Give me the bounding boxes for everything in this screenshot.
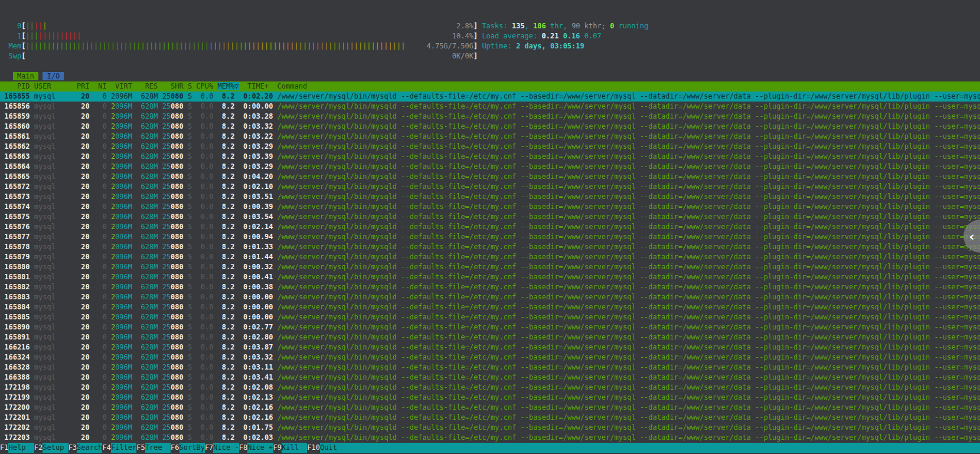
cell-res: 628M: [141, 413, 158, 422]
fkey-label-help[interactable]: Help: [8, 443, 34, 453]
cell-shr-m: 25: [162, 223, 171, 231]
process-row[interactable]: 165881 mysql 20 0 2096M 628M 25080 S 0.0…: [0, 272, 980, 282]
cell-cpu: 0.0: [201, 122, 214, 130]
cell-shr-m: 25: [162, 313, 171, 321]
cell-pri: 20: [81, 323, 89, 331]
process-row[interactable]: 165860 mysql 20 0 2096M 628M 25080 S 0.0…: [0, 122, 980, 132]
cell-ni: 0: [102, 343, 106, 351]
process-row[interactable]: 172201 mysql 20 0 2096M 628M 25080 S 0.0…: [0, 413, 980, 423]
cell-state: S: [188, 253, 192, 261]
cell-user: mysql: [34, 182, 55, 191]
cell-pid: 165883: [0, 293, 30, 301]
fkey-label-setup[interactable]: Setup: [43, 443, 68, 453]
cell-pid: 165855: [0, 92, 30, 100]
header-columns-right[interactable]: TIME+ Command: [239, 82, 308, 90]
cell-shr-k: 080: [171, 152, 184, 161]
process-row[interactable]: 165876 mysql 20 0 2096M 628M 25080 S 0.0…: [0, 222, 980, 232]
process-row[interactable]: 165862 mysql 20 0 2096M 628M 25080 S 0.0…: [0, 142, 980, 152]
cell-time: 0:02.10: [243, 182, 273, 191]
process-row[interactable]: 166388 mysql 20 0 2096M 628M 25080 S 0.0…: [0, 373, 980, 383]
cell-ni: 0: [102, 122, 106, 130]
fkey-f5[interactable]: F5: [136, 443, 145, 453]
cell-state: S: [188, 303, 192, 311]
cell-pid: 165874: [0, 202, 30, 211]
header-sort-column-mem[interactable]: MEM%▽: [217, 82, 239, 90]
meter-bracket: ]: [473, 42, 478, 50]
cell-res: 628M: [141, 202, 158, 211]
process-row[interactable]: 166328 mysql 20 0 2096M 628M 25080 S 0.0…: [0, 362, 980, 373]
cell-cpu: 0.0: [201, 393, 214, 401]
cell-shr-m: 25: [162, 102, 171, 110]
process-row[interactable]: 165872 mysql 20 0 2096M 628M 25080 S 0.0…: [0, 182, 980, 192]
fkey-f8[interactable]: F8: [239, 443, 247, 453]
cell-time: 0:00.32: [243, 263, 273, 271]
process-row[interactable]: 172198 mysql 20 0 2096M 628M 25080 S 0.0…: [0, 383, 980, 393]
process-row[interactable]: 172199 mysql 20 0 2096M 628M 25080 S 0.0…: [0, 393, 980, 403]
cell-cpu: 0.0: [201, 92, 214, 100]
fkey-f6[interactable]: F6: [171, 443, 179, 453]
process-row[interactable]: 166324 mysql 20 0 2096M 628M 25080 S 0.0…: [0, 352, 980, 362]
fkey-f2[interactable]: F2: [34, 443, 43, 453]
process-row[interactable]: 165877 mysql 20 0 2096M 628M 25080 S 0.0…: [0, 232, 980, 242]
process-row[interactable]: 166216 mysql 20 0 2096M 628M 25080 S 0.0…: [0, 342, 980, 352]
fkey-label-filter[interactable]: Filter: [111, 443, 136, 453]
cell-mem: 8.2: [222, 182, 235, 191]
cell-res: 628M: [141, 243, 158, 251]
process-row[interactable]: 165883 mysql 20 0 2096M 628M 25080 S 0.0…: [0, 292, 980, 302]
cell-state: S: [188, 323, 192, 331]
fkey-label-kill[interactable]: Kill: [282, 443, 307, 453]
cell-mem: 8.2: [222, 383, 235, 391]
process-row[interactable]: 165859 mysql 20 0 2096M 628M 25080 S 0.0…: [0, 112, 980, 122]
process-row[interactable]: 165890 mysql 20 0 2096M 628M 25080 S 0.0…: [0, 322, 980, 332]
fkey-f10[interactable]: F10: [307, 443, 320, 453]
process-row[interactable]: 165878 mysql 20 0 2096M 628M 25080 S 0.0…: [0, 242, 980, 252]
cell-virt-m: 096M: [115, 253, 132, 261]
cell-cpu: 0.0: [201, 373, 214, 381]
fkey-label-tree[interactable]: Tree: [145, 443, 171, 453]
process-row[interactable]: 165856 mysql 20 0 2096M 628M 25080 S 0.0…: [0, 102, 980, 112]
process-row[interactable]: 165874 mysql 20 0 2096M 628M 25080 S 0.0…: [0, 202, 980, 212]
fkey-label-search[interactable]: Search: [77, 443, 102, 453]
fkey-label-sortby[interactable]: SortBy: [179, 443, 205, 453]
cell-time: 0:02.20: [243, 92, 273, 100]
process-row[interactable]: 165885 mysql 20 0 2096M 628M 25080 S 0.0…: [0, 312, 980, 322]
process-row[interactable]: 172203 mysql 20 0 2096M 628M 25080 S 0.0…: [0, 433, 980, 443]
cell-time: 0:00.41: [243, 273, 273, 281]
fkey-label-nice-[interactable]: Nice +: [247, 443, 273, 453]
process-row[interactable]: 172202 mysql 20 0 2096M 628M 25080 S 0.0…: [0, 423, 980, 433]
fkey-f9[interactable]: F9: [273, 443, 282, 453]
cell-mem: 8.2: [222, 132, 235, 141]
fkey-label-quit[interactable]: Quit: [320, 443, 337, 453]
tab-i-o[interactable]: I/O: [43, 72, 64, 80]
meter-bracket: [: [21, 52, 25, 60]
fkey-f4[interactable]: F4: [102, 443, 110, 453]
cell-pid: 165862: [0, 142, 30, 151]
fkey-f7[interactable]: F7: [205, 443, 213, 453]
process-row[interactable]: 165865 mysql 20 0 2096M 628M 25080 S 0.0…: [0, 172, 980, 182]
cell-pri: 20: [81, 253, 89, 261]
process-row[interactable]: 165891 mysql 20 0 2096M 628M 25080 S 0.0…: [0, 332, 980, 342]
process-row[interactable]: 165875 mysql 20 0 2096M 628M 25080 S 0.0…: [0, 212, 980, 222]
process-row[interactable]: 165855 mysql 20 0 2096M 628M 25080 S 0.0…: [0, 92, 980, 102]
process-row[interactable]: 165882 mysql 20 0 2096M 628M 25080 S 0.0…: [0, 282, 980, 292]
process-row[interactable]: 165863 mysql 20 0 2096M 628M 25080 S 0.0…: [0, 152, 980, 162]
table-header[interactable]: PID USER PRI NI VIRT RES SHR S CPU% MEM%…: [0, 81, 980, 92]
process-row[interactable]: 165884 mysql 20 0 2096M 628M 25080 S 0.0…: [0, 302, 980, 312]
cell-shr-k: 080: [171, 213, 184, 221]
cell-pid: 165865: [0, 172, 30, 181]
cell-res: 628M: [141, 383, 158, 391]
header-columns-left[interactable]: PID USER PRI NI VIRT RES SHR S CPU%: [0, 82, 217, 90]
process-row[interactable]: 165880 mysql 20 0 2096M 628M 25080 S 0.0…: [0, 262, 980, 272]
cell-shr-m: 25: [162, 122, 171, 130]
cell-command: /www/server/mysql/bin/mysqld --defaults-…: [277, 313, 980, 321]
process-row[interactable]: 172200 mysql 20 0 2096M 628M 25080 S 0.0…: [0, 403, 980, 413]
fkey-label-nice-[interactable]: Nice -: [213, 443, 239, 453]
tab-main[interactable]: Main: [13, 72, 38, 80]
process-row[interactable]: 165873 mysql 20 0 2096M 628M 25080 S 0.0…: [0, 192, 980, 202]
process-row[interactable]: 165861 mysql 20 0 2096M 628M 25080 S 0.0…: [0, 132, 980, 142]
fkey-f1[interactable]: F1: [0, 443, 8, 453]
cell-ni: 0: [102, 333, 106, 341]
fkey-f3[interactable]: F3: [68, 443, 77, 453]
process-row[interactable]: 165879 mysql 20 0 2096M 628M 25080 S 0.0…: [0, 252, 980, 262]
process-row[interactable]: 165864 mysql 20 0 2096M 628M 25080 S 0.0…: [0, 162, 980, 172]
